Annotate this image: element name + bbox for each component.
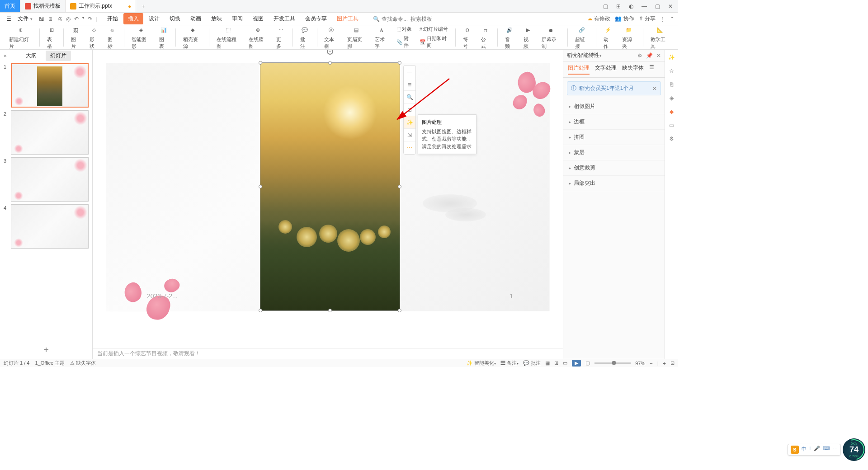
ribbon-object[interactable]: ⬚对象 — [394, 25, 415, 33]
ribbon-teach[interactable]: 📐教学工具 — [647, 24, 673, 51]
resize-handle[interactable] — [259, 61, 262, 65]
resize-handle[interactable] — [328, 61, 332, 65]
ribbon-action[interactable]: ⚡动作 — [600, 24, 616, 51]
ribbon-mind[interactable]: ⊛在线脑图 — [245, 24, 271, 51]
selected-image[interactable]: — ≣ 🔍 ⊡ ✨ ⇲ ⋯ 图片处理 支持以图搜图、边框样式、创意裁剪等功能，满… — [260, 62, 400, 311]
close-panel-icon[interactable]: ✕ — [656, 52, 661, 59]
thumbnail-4[interactable] — [11, 204, 89, 249]
zoom-thumb[interactable] — [612, 361, 616, 365]
thumbnail-1[interactable] — [11, 63, 89, 108]
ribbon-new-slide[interactable]: ⊕新建幻灯片 — [5, 24, 36, 51]
rp-section-highlight[interactable]: ▸局部突出 — [563, 176, 665, 191]
collapse-panel-icon[interactable]: « — [4, 52, 7, 59]
tab-document[interactable]: 工作演示.pptx● — [66, 0, 136, 12]
collapse-toolbar-icon[interactable]: — — [404, 66, 415, 78]
menu-tab-present[interactable]: 放映 — [207, 13, 226, 24]
mini-gear-icon[interactable]: ⚙ — [669, 136, 674, 142]
export-icon[interactable]: ⇲ — [404, 129, 415, 141]
status-theme[interactable]: 1_Office 主题 — [35, 360, 65, 367]
save-as-icon[interactable]: 🗎 — [48, 16, 53, 22]
pin-icon[interactable]: 📌 — [646, 52, 653, 59]
ribbon-header[interactable]: ▤页眉页脚 — [344, 24, 369, 51]
rp-section-border[interactable]: ▸边框 — [563, 114, 665, 130]
zoom-level[interactable]: 97% — [635, 361, 645, 366]
menu-tab-insert[interactable]: 插入 — [123, 13, 143, 24]
ribbon-video[interactable]: ▶视频 — [520, 24, 536, 51]
ribbon-more[interactable]: ⋯更多 — [273, 24, 289, 51]
maximize-button[interactable]: ▢ — [653, 2, 662, 10]
layers-icon[interactable]: ≣ — [404, 78, 415, 91]
menu-icon[interactable]: ☰ — [4, 14, 14, 24]
cloud-status[interactable]: ☁ 有修改 — [587, 15, 610, 23]
ribbon-icons[interactable]: ☺图标 — [104, 24, 120, 51]
rp-tab-image[interactable]: 图片处理 — [568, 64, 590, 75]
layout-icon[interactable]: ▢ — [601, 2, 610, 10]
ribbon-attach[interactable]: 📎附件 — [394, 34, 415, 50]
more-options-icon[interactable]: ⋯ — [404, 141, 415, 154]
thumbnail-2[interactable] — [11, 110, 89, 155]
menu-tab-transition[interactable]: 切换 — [165, 13, 185, 24]
ribbon-record[interactable]: ⏺屏幕录制 — [538, 24, 564, 51]
view-sorter-icon[interactable]: ⊞ — [554, 360, 558, 366]
ribbon-table[interactable]: ⊞表格 — [43, 24, 60, 51]
mini-magic-icon[interactable]: ✨ — [668, 54, 675, 61]
slide[interactable]: 2023-7-2... 1 — [106, 63, 549, 311]
mini-layers-icon[interactable]: ◈ — [670, 95, 674, 101]
command-search[interactable]: 🔍 — [373, 16, 438, 22]
ribbon-wordart[interactable]: 𝐀艺术字 — [371, 24, 392, 51]
menu-tab-review[interactable]: 审阅 — [227, 13, 247, 24]
canvas-scroll[interactable]: 2023-7-2... 1 — [93, 50, 563, 348]
add-slide-button[interactable]: + — [0, 341, 92, 359]
tab-home[interactable]: 首页 — [0, 0, 20, 12]
ribbon-audio[interactable]: 🔊音频 — [501, 24, 518, 51]
view-normal-icon[interactable]: ▦ — [545, 360, 550, 366]
zoom-slider[interactable] — [594, 362, 631, 364]
resize-handle[interactable] — [259, 309, 262, 312]
rp-section-mask[interactable]: ▸蒙层 — [563, 145, 665, 160]
ribbon-chart[interactable]: 📊图表 — [156, 24, 172, 51]
rp-tab-text[interactable]: 文字处理 — [595, 64, 617, 75]
menu-tab-dev[interactable]: 开发工具 — [269, 13, 300, 24]
status-notes[interactable]: ☰ 备注▾ — [500, 360, 519, 367]
rp-tab-fonts[interactable]: 缺失字体 — [622, 64, 644, 75]
banner-close-icon[interactable]: ✕ — [652, 85, 657, 92]
menu-tab-image-tools[interactable]: 图片工具 — [332, 13, 363, 24]
zoom-minus-icon[interactable]: − — [650, 361, 652, 366]
ribbon-image[interactable]: 🖼图片 — [67, 24, 84, 51]
undo-icon[interactable]: ↶ — [74, 16, 79, 22]
promo-banner[interactable]: ⓘ 稻壳会员买1年送1个月 ✕ — [567, 81, 661, 95]
tab-slides[interactable]: 幻灯片 — [46, 51, 71, 61]
fit-icon[interactable]: ⊡ — [670, 360, 675, 366]
crop-icon[interactable]: ⊡ — [404, 103, 415, 116]
ribbon-resource[interactable]: ◆稻壳资源 — [179, 24, 205, 51]
share-button[interactable]: ⇪ 分享 — [639, 15, 656, 23]
ribbon-formula[interactable]: π公式 — [477, 24, 494, 51]
avatar-icon[interactable]: ◐ — [627, 2, 635, 10]
resize-handle[interactable] — [398, 185, 401, 188]
collab-button[interactable]: 👥 协作 — [615, 15, 634, 23]
redo-icon[interactable]: ↷ — [88, 16, 92, 22]
resize-handle[interactable] — [259, 185, 262, 188]
ribbon-symbol[interactable]: Ω符号 — [459, 24, 476, 51]
rotate-handle[interactable] — [327, 50, 333, 55]
notes-pane[interactable]: 当前是插入一个综艺节目视频，敬请观看！ — [93, 348, 563, 359]
mini-copy-icon[interactable]: ⎘ — [670, 81, 673, 88]
resize-handle[interactable] — [328, 309, 332, 312]
resize-handle[interactable] — [398, 61, 401, 65]
zoom-plus-icon[interactable]: + — [663, 361, 666, 366]
menu-tab-vip[interactable]: 会员专享 — [301, 13, 331, 24]
menu-tab-animation[interactable]: 动画 — [186, 13, 206, 24]
view-reading-icon[interactable]: ▭ — [563, 360, 567, 366]
settings-icon[interactable]: ⚙ — [637, 52, 642, 59]
ribbon-folder[interactable]: 📁资源夹 — [618, 24, 640, 51]
tab-templates[interactable]: 找稻壳模板 — [20, 0, 66, 12]
apps-icon[interactable]: ⊞ — [614, 2, 623, 10]
status-fonts[interactable]: ⚠ 缺失字体 — [70, 360, 96, 367]
rp-tab-menu-icon[interactable]: ☰ — [649, 64, 654, 75]
rp-section-crop[interactable]: ▸创意裁剪 — [563, 160, 665, 176]
ribbon-shape[interactable]: ◇形状 — [86, 24, 102, 51]
tab-outline[interactable]: 大纲 — [21, 51, 41, 61]
rp-section-collage[interactable]: ▸拼图 — [563, 130, 665, 145]
ribbon-datetime[interactable]: 📅日期和时间 — [417, 34, 452, 50]
ribbon-slidenum[interactable]: #幻灯片编号 — [417, 25, 452, 33]
